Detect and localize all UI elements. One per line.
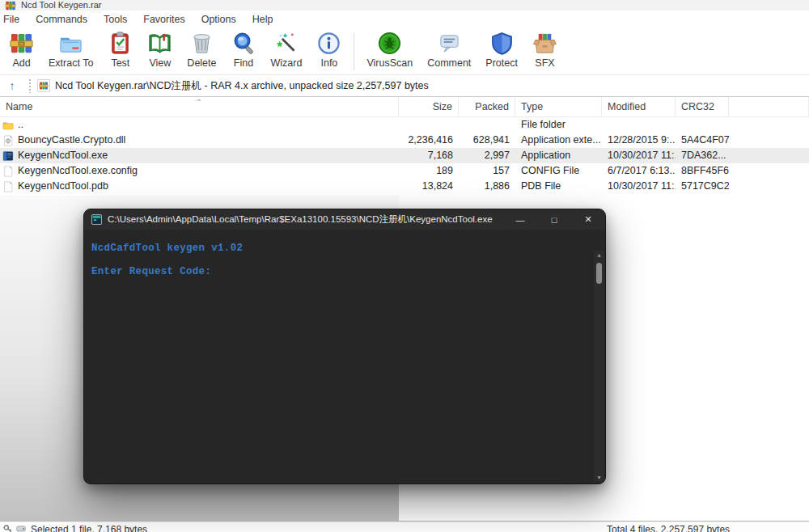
table-row-config[interactable]: KeygenNcdTool.exe.config 189 157 CONFIG … [0, 163, 809, 179]
file-crc32: 8BFF45F6 [676, 163, 729, 179]
column-header-crc32[interactable]: CRC32 [676, 97, 729, 116]
document-icon [2, 181, 14, 192]
menu-options[interactable]: Options [193, 11, 244, 28]
file-crc32: 5A4C4F07 [676, 133, 729, 148]
wizard-button[interactable]: Wizard [264, 30, 310, 70]
toolbar-separator [354, 33, 354, 70]
protect-button[interactable]: Protect [478, 30, 525, 70]
console-line-version: NcdCafdTool keygen v1.02 [91, 243, 605, 255]
file-crc32 [676, 117, 729, 133]
address-bar: ↑ Ncd Tool Keygen.rar\NCD注册机 - RAR 4.x a… [0, 75, 809, 97]
archive-path[interactable]: Ncd Tool Keygen.rar\NCD注册机 - RAR 4.x arc… [55, 79, 429, 93]
drive-icon[interactable] [16, 524, 26, 532]
file-size [399, 117, 459, 133]
delete-button[interactable]: Delete [180, 30, 223, 70]
menu-commands[interactable]: Commands [28, 11, 95, 28]
console-titlebar[interactable]: C:\Users\Admin\AppData\Local\Temp\Rar$EX… [84, 209, 605, 230]
menu-file[interactable]: File [0, 11, 28, 28]
file-modified: 6/7/2017 6:13... [602, 163, 676, 179]
key-icon[interactable] [3, 524, 13, 532]
scrollbar-thumb[interactable] [596, 263, 602, 284]
column-header-size[interactable]: Size [399, 97, 459, 116]
file-packed: 1,886 [459, 179, 515, 194]
scroll-down-icon[interactable]: ▼ [597, 473, 600, 483]
test-button[interactable]: Test [100, 30, 140, 70]
virusscan-button[interactable]: VirusScan [359, 30, 420, 70]
file-name: KeygenNcdTool.exe.config [18, 163, 138, 179]
sfx-button[interactable]: SFX [525, 30, 565, 70]
minimize-button[interactable]: — [503, 209, 537, 230]
file-size: 13,824 [399, 179, 459, 194]
column-header-type[interactable]: Type [515, 97, 602, 116]
console-window[interactable]: C:\Users\Admin\AppData\Local\Temp\Rar$EX… [83, 209, 606, 484]
table-row-pdb[interactable]: KeygenNcdTool.pdb 13,824 1,886 PDB File … [0, 179, 809, 194]
sort-indicator: ⌃ [196, 97, 202, 112]
column-header-packed[interactable]: Packed [459, 97, 515, 116]
column-header-empty [729, 97, 809, 116]
winrar-window: Ncd Tool Keygen.rar File Commands Tools … [0, 0, 809, 532]
file-list-header: ⌃ Name Size Packed Type Modified CRC32 [0, 97, 809, 117]
wizard-wand-icon [273, 31, 299, 56]
table-row-dll[interactable]: BouncyCastle.Crypto.dll 2,236,416 628,94… [0, 133, 809, 148]
status-bar: Selected 1 file, 7,168 bytes Total 4 fil… [0, 521, 809, 532]
column-header-modified[interactable]: Modified [602, 97, 676, 116]
file-list: .. File folder BouncyCastle.Crypto.dll 2… [0, 117, 809, 194]
menu-favorites[interactable]: Favorites [135, 11, 193, 28]
console-scrollbar[interactable]: ▲ ▼ [594, 251, 604, 483]
toolbar: Add Extract To Test View Delete Find Wiz… [0, 28, 809, 75]
menu-help[interactable]: Help [244, 11, 282, 28]
add-button[interactable]: Add [2, 30, 41, 70]
test-clipboard-icon [108, 31, 133, 56]
info-circle-icon [316, 31, 341, 56]
file-type: Application exte... [515, 133, 602, 148]
console-app-icon [91, 214, 102, 225]
extract-folder-icon [58, 31, 83, 56]
file-name: .. [18, 117, 23, 133]
file-packed: 2,997 [459, 148, 515, 163]
up-one-level-button[interactable]: ↑ [0, 79, 24, 92]
file-type: Application [515, 148, 602, 163]
table-row-parent-dir[interactable]: .. File folder [0, 117, 809, 133]
virusscan-bug-icon [377, 31, 402, 56]
console-output[interactable]: NcdCafdTool keygen v1.02 Enter Request C… [84, 230, 605, 484]
window-titlebar: Ncd Tool Keygen.rar [0, 0, 809, 11]
file-crc32: 5717C9C2 [676, 179, 729, 194]
extract-to-button[interactable]: Extract To [41, 30, 100, 70]
maximize-button[interactable]: □ [537, 209, 571, 230]
winrar-logo-icon [5, 0, 16, 11]
file-type: PDB File [515, 179, 602, 194]
comment-button[interactable]: Comment [420, 30, 478, 70]
dll-file-icon [2, 135, 14, 146]
column-header-name[interactable]: ⌃ Name [0, 97, 399, 116]
console-window-controls: — □ ✕ [503, 209, 605, 230]
archive-icon [37, 79, 50, 92]
file-type: File folder [515, 117, 602, 133]
find-button[interactable]: Find [224, 30, 264, 70]
menu-tools[interactable]: Tools [95, 11, 135, 28]
status-selected-info: Selected 1 file, 7,168 bytes [31, 524, 147, 532]
status-total-info: Total 4 files, 2,257,597 bytes [607, 524, 730, 532]
file-size: 7,168 [399, 148, 459, 163]
protect-shield-icon [489, 31, 515, 56]
close-button[interactable]: ✕ [571, 209, 605, 230]
file-packed: 628,941 [459, 133, 515, 148]
file-packed [459, 117, 515, 133]
file-modified: 10/30/2017 11:... [602, 179, 676, 194]
view-button[interactable]: View [140, 30, 180, 70]
table-row-exe-selected[interactable]: KeygenNcdTool.exe 7,168 2,997 Applicatio… [0, 148, 809, 163]
file-size: 189 [399, 163, 459, 179]
drag-handle[interactable] [28, 78, 32, 93]
file-type: CONFIG File [515, 163, 602, 179]
file-name: KeygenNcdTool.exe [18, 148, 108, 163]
console-line-prompt: Enter Request Code: [91, 266, 605, 278]
file-modified: 12/28/2015 9:... [602, 133, 676, 148]
file-packed: 157 [459, 163, 515, 179]
info-button[interactable]: Info [309, 30, 349, 70]
exe-file-icon [2, 150, 14, 162]
file-name: BouncyCastle.Crypto.dll [18, 133, 125, 148]
file-name: KeygenNcdTool.pdb [18, 179, 108, 194]
file-size: 2,236,416 [399, 133, 459, 148]
console-title: C:\Users\Admin\AppData\Local\Temp\Rar$EX… [108, 213, 503, 226]
find-magnifier-icon [231, 31, 256, 56]
scroll-up-icon[interactable]: ▲ [597, 251, 600, 260]
